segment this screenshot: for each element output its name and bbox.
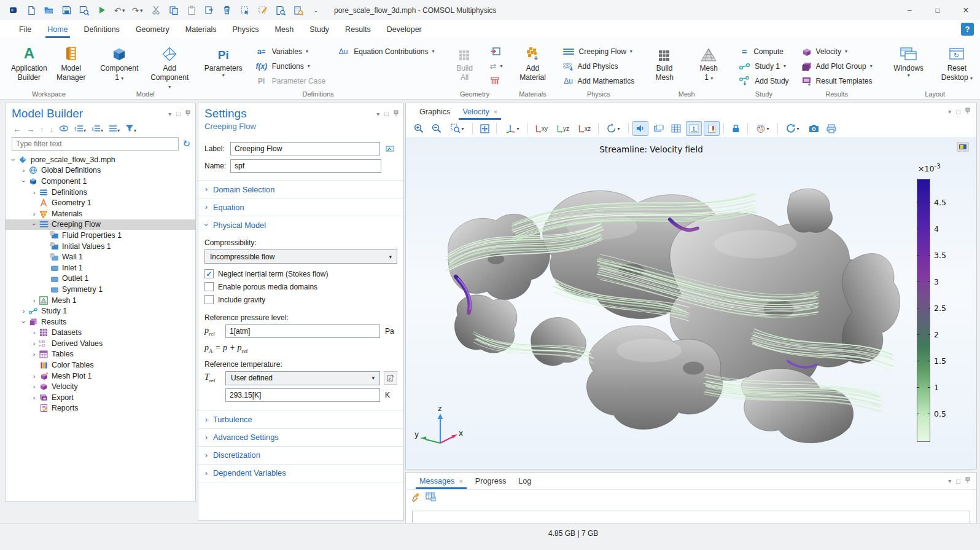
filter-icon[interactable]: ▾: [125, 124, 136, 134]
undo-icon[interactable]: ↶▾: [112, 2, 128, 18]
clear-messages-icon[interactable]: [412, 492, 421, 504]
tree-item-export[interactable]: ›Export: [6, 392, 195, 403]
sound-icon[interactable]: [632, 121, 648, 136]
tree-item-symmetry-1[interactable]: Symmetry 1: [6, 284, 195, 295]
tree-expander-icon[interactable]: ›: [30, 350, 38, 358]
zoom-box-icon[interactable]: ▾: [446, 121, 469, 136]
plot-thumbnail-icon[interactable]: [957, 142, 969, 154]
view-yz-icon[interactable]: yz: [553, 121, 573, 136]
tree-item-velocity[interactable]: ›Velocity: [6, 381, 195, 392]
add-material-button[interactable]: AddMaterial: [513, 41, 552, 83]
component-button[interactable]: Component1 ▾: [99, 41, 139, 83]
redo-icon[interactable]: ↷▾: [130, 2, 146, 18]
graphics-canvas[interactable]: Streamline: Velocity field: [406, 137, 976, 469]
tree-item-pore-scale-flow-3d-mph[interactable]: ›pore_scale_flow_3d.mph: [6, 154, 195, 165]
add-component-button[interactable]: AddComponent ▾: [148, 41, 192, 92]
tree-expander-icon[interactable]: ›: [9, 156, 17, 163]
checkbox-stokes-flow[interactable]: ✓Neglect inertial term (Stokes flow): [198, 267, 403, 280]
checkbox-include-gravity[interactable]: Include gravity: [198, 293, 403, 306]
tree-item-color-tables[interactable]: Color Tables: [6, 359, 195, 371]
reset-desktop-button[interactable]: ↻ ResetDesktop ▾: [937, 41, 977, 83]
tree-expander-icon[interactable]: ›: [30, 329, 38, 336]
mesh1-button[interactable]: Mesh1 ▾: [689, 41, 728, 83]
section-dependent-variables[interactable]: ›Dependent Variables: [198, 464, 403, 482]
physics-interface-button[interactable]: Creeping Flow▾: [561, 45, 636, 57]
model-manager-button[interactable]: ModelManager: [52, 41, 91, 83]
tab-definitions[interactable]: Definitions: [76, 20, 128, 38]
tab-velocity[interactable]: Velocity×: [456, 103, 504, 120]
tab-log[interactable]: Log: [512, 473, 537, 489]
pref-input[interactable]: [225, 324, 380, 338]
tab-study[interactable]: Study: [301, 20, 337, 38]
color-legend-icon[interactable]: [704, 121, 720, 136]
tree-item-global-definitions[interactable]: ›Global Definitions: [6, 165, 195, 176]
tree-item-creeping-flow[interactable]: ›Creeping Flow: [6, 219, 195, 230]
refresh-icon[interactable]: ↻: [182, 138, 190, 149]
tree-expander-icon[interactable]: ›: [30, 383, 38, 390]
tree-item-fluid-properties-1[interactable]: DFluid Properties 1: [6, 230, 195, 241]
panel-menu-icon[interactable]: ▾: [376, 111, 379, 117]
label-input[interactable]: [230, 142, 380, 155]
tree-expander-icon[interactable]: ›: [20, 167, 28, 174]
tree-expander-icon[interactable]: ›: [30, 210, 38, 218]
tree-item-datasets[interactable]: ›Datasets: [6, 328, 195, 339]
view-xy-icon[interactable]: xy: [532, 121, 551, 136]
expand-icon[interactable]: ▾: [91, 125, 103, 134]
tree-item-reports[interactable]: Reports: [6, 403, 195, 414]
section-physical-model[interactable]: ›Physical Model: [198, 216, 403, 234]
go-to-source-icon[interactable]: [384, 371, 397, 385]
tree-expander-icon[interactable]: ›: [30, 340, 38, 347]
scene-light-icon[interactable]: [650, 121, 666, 136]
study1-button[interactable]: Study 1▾: [737, 60, 790, 72]
tree-item-inlet-1[interactable]: Inlet 1: [6, 262, 195, 273]
equation-contributions-button[interactable]: ΔuEquation Contributions▾: [335, 45, 436, 57]
tref-input[interactable]: [225, 388, 380, 402]
tree-item-outlet-1[interactable]: Outlet 1: [6, 273, 195, 285]
image-appearance-icon[interactable]: ▾: [752, 121, 774, 136]
panel-pin-icon[interactable]: [185, 110, 190, 118]
name-input[interactable]: [230, 159, 381, 173]
select-box-icon[interactable]: [236, 2, 253, 18]
tab-messages[interactable]: Messages×: [413, 473, 469, 489]
move-down-icon[interactable]: ↓: [50, 125, 54, 134]
application-builder-button[interactable]: A ApplicationBuilder: [7, 41, 52, 83]
model-tree-nodes-icon[interactable]: ▾: [109, 125, 120, 134]
tab-progress[interactable]: Progress: [469, 473, 512, 489]
save-search-icon[interactable]: [76, 2, 93, 18]
panel-float-icon[interactable]: □: [176, 110, 181, 117]
rotate-icon[interactable]: ▾: [602, 121, 624, 136]
tree-expander-icon[interactable]: ›: [30, 394, 38, 401]
tree-item-initial-values-1[interactable]: DInitial Values 1: [6, 241, 195, 252]
add-physics-button[interactable]: Add Physics: [561, 60, 636, 72]
section-discretization[interactable]: ›Discretization: [198, 446, 403, 464]
tree-item-derived-values[interactable]: ›8.85e-12Derived Values: [6, 338, 195, 349]
checkbox-porous-media[interactable]: Enable porous media domains: [198, 280, 403, 293]
windows-button[interactable]: Windows▾: [889, 41, 928, 79]
panel-float-icon[interactable]: □: [956, 108, 960, 116]
qat-more-icon[interactable]: ⌄: [308, 2, 324, 18]
tree-item-definitions[interactable]: ›Definitions: [6, 187, 195, 198]
compressibility-dropdown[interactable]: Incompressible flow▾: [204, 249, 397, 264]
tab-results[interactable]: Results: [337, 20, 379, 38]
tree-item-mesh-plot-1[interactable]: ›Mesh Plot 1: [6, 371, 195, 382]
variables-button[interactable]: a=Variables▾: [253, 45, 327, 57]
forward-icon[interactable]: →: [26, 125, 34, 134]
panel-pin-icon[interactable]: [394, 110, 399, 118]
tab-developer[interactable]: Developer: [379, 20, 430, 38]
tab-mesh[interactable]: Mesh: [267, 20, 302, 38]
lock-icon[interactable]: [728, 121, 744, 136]
virtual-operations-button[interactable]: [488, 75, 505, 87]
update-plot-icon[interactable]: ▾: [782, 121, 804, 136]
grid-icon[interactable]: [668, 121, 684, 136]
tree-expander-icon[interactable]: ›: [30, 189, 38, 196]
add-study-button[interactable]: Add Study: [737, 75, 790, 87]
back-icon[interactable]: ←: [13, 125, 21, 134]
tree-expander-icon[interactable]: ›: [20, 178, 28, 185]
zoom-in-icon[interactable]: [411, 121, 427, 136]
compute-button[interactable]: =Compute: [737, 45, 790, 57]
parameters-button[interactable]: Pi Parameters▾: [200, 41, 247, 79]
collapse-icon[interactable]: ▾: [74, 125, 86, 134]
tab-materials[interactable]: Materials: [177, 20, 225, 38]
tref-dropdown[interactable]: User defined▾: [225, 371, 380, 385]
section-advanced-settings[interactable]: ›Advanced Settings: [198, 428, 403, 446]
